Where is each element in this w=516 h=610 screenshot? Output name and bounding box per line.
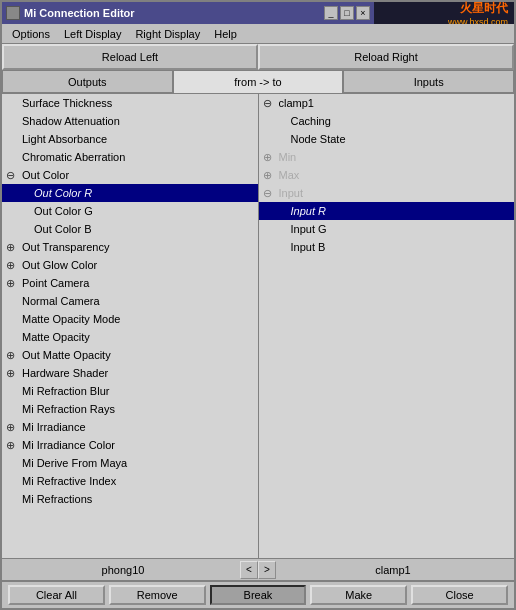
list-item[interactable]: Out Color R [2, 184, 258, 202]
title-bar: Mi Connection Editor _ □ × [2, 2, 374, 24]
maximize-button[interactable]: □ [340, 6, 354, 20]
tab-outputs[interactable]: Outputs [2, 70, 173, 93]
list-item[interactable]: Matte Opacity Mode [2, 310, 258, 328]
left-panel-list[interactable]: Surface ThicknessShadow AttenuationLight… [2, 94, 258, 558]
action-bar: Clear All Remove Break Make Close [2, 580, 514, 608]
remove-button[interactable]: Remove [109, 585, 206, 605]
list-item[interactable]: Out Color G [2, 202, 258, 220]
break-button[interactable]: Break [210, 585, 307, 605]
list-item[interactable]: Shadow Attenuation [2, 112, 258, 130]
bottom-left-label: phong10 [6, 564, 240, 576]
logo-area: 火星时代 www.hxsd.com [374, 2, 514, 24]
main-content: Surface ThicknessShadow AttenuationLight… [2, 94, 514, 558]
menu-right-display[interactable]: Right Display [129, 27, 206, 41]
menu-left-display[interactable]: Left Display [58, 27, 127, 41]
list-item[interactable]: ⊖clamp1 [259, 94, 515, 112]
right-panel: ⊖clamp1CachingNode State⊕Min⊕Max⊖InputIn… [259, 94, 515, 558]
list-item[interactable]: ⊖Out Color [2, 166, 258, 184]
list-item[interactable]: Normal Camera [2, 292, 258, 310]
tab-inputs[interactable]: Inputs [343, 70, 514, 93]
list-item[interactable]: ⊖Input [259, 184, 515, 202]
close-button[interactable]: Close [411, 585, 508, 605]
tab-bar: Outputs from -> to Inputs [2, 70, 514, 94]
nav-prev-button[interactable]: < [240, 561, 258, 579]
main-window: Mi Connection Editor _ □ × 火星时代 www.hxsd… [0, 0, 516, 610]
list-item[interactable]: ⊕Max [259, 166, 515, 184]
minimize-button[interactable]: _ [324, 6, 338, 20]
right-panel-list[interactable]: ⊖clamp1CachingNode State⊕Min⊕Max⊖InputIn… [259, 94, 515, 558]
list-item[interactable]: Caching [259, 112, 515, 130]
list-item[interactable]: Light Absorbance [2, 130, 258, 148]
clear-all-button[interactable]: Clear All [8, 585, 105, 605]
nav-next-button[interactable]: > [258, 561, 276, 579]
bottom-right-label: clamp1 [276, 564, 510, 576]
app-icon [6, 6, 20, 20]
list-item[interactable]: ⊕Out Glow Color [2, 256, 258, 274]
reload-right-button[interactable]: Reload Right [258, 44, 514, 70]
make-button[interactable]: Make [310, 585, 407, 605]
menu-help[interactable]: Help [208, 27, 243, 41]
bottom-bar: phong10 < > clamp1 [2, 558, 514, 580]
list-item[interactable]: Mi Refraction Blur [2, 382, 258, 400]
list-item[interactable]: Out Color B [2, 220, 258, 238]
list-item[interactable]: Mi Refraction Rays [2, 400, 258, 418]
menu-options[interactable]: Options [6, 27, 56, 41]
list-item[interactable]: ⊕Point Camera [2, 274, 258, 292]
tab-from-to[interactable]: from -> to [173, 70, 344, 93]
list-item[interactable]: Input G [259, 220, 515, 238]
list-item[interactable]: Node State [259, 130, 515, 148]
list-item[interactable]: ⊕Out Transparency [2, 238, 258, 256]
list-item[interactable]: ⊕Min [259, 148, 515, 166]
list-item[interactable]: Input B [259, 238, 515, 256]
list-item[interactable]: Matte Opacity [2, 328, 258, 346]
list-item[interactable]: Mi Derive From Maya [2, 454, 258, 472]
logo-text: 火星时代 [448, 0, 508, 17]
list-item[interactable]: ⊕Hardware Shader [2, 364, 258, 382]
close-window-button[interactable]: × [356, 6, 370, 20]
menu-bar: Options Left Display Right Display Help [2, 24, 514, 44]
list-item[interactable]: ⊕Mi Irradiance Color [2, 436, 258, 454]
list-item[interactable]: Input R [259, 202, 515, 220]
reload-left-button[interactable]: Reload Left [2, 44, 258, 70]
list-item[interactable]: ⊕Out Matte Opacity [2, 346, 258, 364]
list-item[interactable]: Mi Refractive Index [2, 472, 258, 490]
list-item[interactable]: Surface Thickness [2, 94, 258, 112]
list-item[interactable]: Mi Refractions [2, 490, 258, 508]
left-panel: Surface ThicknessShadow AttenuationLight… [2, 94, 259, 558]
list-item[interactable]: Chromatic Aberration [2, 148, 258, 166]
list-item[interactable]: ⊕Mi Irradiance [2, 418, 258, 436]
reload-bar: Reload Left Reload Right [2, 44, 514, 70]
window-title: Mi Connection Editor [24, 7, 135, 19]
